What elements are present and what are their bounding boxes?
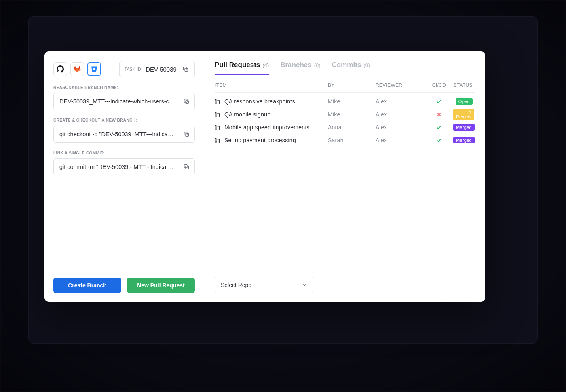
branch-name-field[interactable]: DEV-50039_MTT---Indicate-which-users-c… <box>53 93 195 110</box>
header-reviewer: REVIEWER <box>376 82 425 88</box>
table-row[interactable]: QA responsive breakpointsMikeAlexOpen <box>215 95 475 108</box>
header-item: ITEM <box>215 82 328 88</box>
pr-author: Sarah <box>328 137 376 143</box>
github-provider-button[interactable] <box>53 62 67 76</box>
gitlab-icon <box>74 65 81 73</box>
pull-request-icon <box>215 124 220 130</box>
ci-status-icon <box>425 98 453 105</box>
copy-icon <box>183 98 190 105</box>
ci-status-icon <box>425 137 453 143</box>
copy-branch-name-button[interactable] <box>181 96 192 107</box>
header-cicd: CI/CD <box>425 82 453 88</box>
status-badge: Merged <box>453 137 475 143</box>
tab-commits[interactable]: Commits (0) <box>332 61 370 75</box>
copy-checkout-button[interactable] <box>181 129 192 140</box>
pr-title: Set up payment processing <box>224 137 296 143</box>
pr-author: Mike <box>328 111 376 118</box>
tab-pull-requests[interactable]: Pull Requests (4) <box>215 61 269 75</box>
pr-reviewer: Alex <box>376 98 425 105</box>
tab-label: Branches <box>280 61 311 69</box>
header-by: BY <box>328 82 376 88</box>
status-badge: In Review <box>453 109 474 120</box>
new-pull-request-button[interactable]: New Pull Request <box>127 278 195 293</box>
pr-author: Anna <box>328 124 376 131</box>
commit-value: git commit -m "DEV-50039 - MTT - Indicat… <box>59 164 181 170</box>
copy-icon <box>183 164 190 170</box>
tab-label: Pull Requests <box>215 61 260 69</box>
commit-label: LINK A SINGLE COMMIT: <box>53 151 195 155</box>
task-id-label: TASK ID: <box>125 67 142 72</box>
checkout-value: git checkout -b "DEV-50039_MTT---Indica… <box>59 131 181 137</box>
tabs: Pull Requests (4) Branches (0) Commits (… <box>215 61 475 75</box>
right-pane: Pull Requests (4) Branches (0) Commits (… <box>204 51 485 302</box>
gitlab-provider-button[interactable] <box>70 62 84 76</box>
copy-icon <box>183 131 190 137</box>
pr-reviewer: Alex <box>376 111 425 118</box>
tab-label: Commits <box>332 61 361 69</box>
checkout-label: CREATE & CHECKOUT A NEW BRANCH: <box>53 118 195 122</box>
copy-icon <box>182 66 189 72</box>
bitbucket-icon <box>91 66 97 72</box>
tab-branches[interactable]: Branches (0) <box>280 61 320 75</box>
pr-author: Mike <box>328 98 376 105</box>
header-status: STATUS <box>453 82 473 88</box>
select-repo-label: Select Repo <box>221 282 251 288</box>
tab-count: (0) <box>363 62 370 68</box>
pr-reviewer: Alex <box>376 124 425 131</box>
checkout-field[interactable]: git checkout -b "DEV-50039_MTT---Indica… <box>53 126 195 143</box>
ci-status-icon <box>425 124 453 131</box>
chevron-down-icon <box>302 282 307 288</box>
create-branch-button[interactable]: Create Branch <box>53 278 121 293</box>
task-id-chip: TASK ID: DEV-50039 <box>119 61 195 77</box>
pull-request-icon <box>215 137 220 143</box>
pr-rows: QA responsive breakpointsMikeAlexOpenQA … <box>215 93 475 147</box>
provider-icons <box>53 62 101 76</box>
copy-commit-button[interactable] <box>181 161 192 173</box>
task-id-value: DEV-50039 <box>146 66 177 73</box>
copy-task-id-button[interactable] <box>180 63 191 75</box>
left-pane: TASK ID: DEV-50039 REASONABLE BRANCH NAM… <box>44 51 204 302</box>
pr-title: QA mobile signup <box>224 111 271 118</box>
tab-count: (0) <box>314 62 321 68</box>
github-icon <box>57 65 64 73</box>
git-modal: TASK ID: DEV-50039 REASONABLE BRANCH NAM… <box>44 51 485 302</box>
table-row[interactable]: Set up payment processingSarahAlexMerged <box>215 134 475 147</box>
pr-title: Mobile app speed improvements <box>224 124 310 131</box>
table-header: ITEM BY REVIEWER CI/CD STATUS <box>215 75 475 93</box>
status-badge: Merged <box>453 124 475 131</box>
table-row[interactable]: Mobile app speed improvementsAnnaAlexMer… <box>215 121 475 134</box>
tab-count: (4) <box>262 62 269 68</box>
pull-request-icon <box>215 112 220 117</box>
bitbucket-provider-button[interactable] <box>87 62 101 76</box>
pr-reviewer: Alex <box>376 137 425 143</box>
commit-field[interactable]: git commit -m "DEV-50039 - MTT - Indicat… <box>53 158 195 175</box>
branch-name-value: DEV-50039_MTT---Indicate-which-users-c… <box>59 98 181 105</box>
pr-title: QA responsive breakpoints <box>224 98 295 105</box>
ci-status-icon <box>425 112 453 117</box>
select-repo-dropdown[interactable]: Select Repo <box>215 277 313 293</box>
status-badge: Open <box>456 98 473 105</box>
table-row[interactable]: QA mobile signupMikeAlexIn Review <box>215 108 475 121</box>
pull-request-icon <box>215 99 220 104</box>
branch-name-label: REASONABLE BRANCH NAME: <box>53 85 195 90</box>
